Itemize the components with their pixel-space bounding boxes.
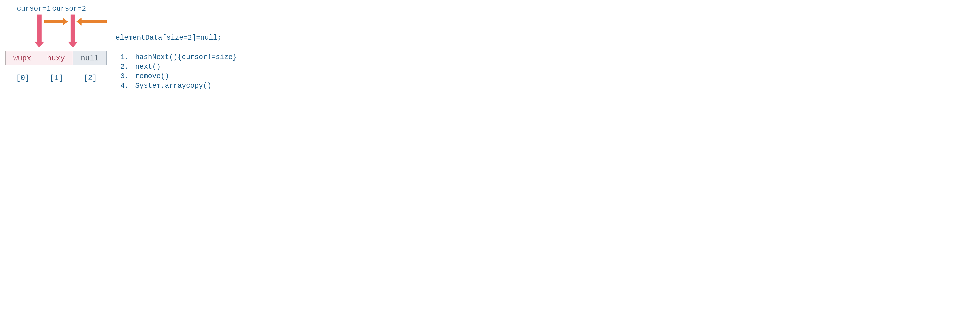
cursor-label-1: cursor=1 <box>17 5 51 13</box>
steps-list: hashNext(){cursor!=size} next() remove()… <box>118 53 237 91</box>
step-1: hashNext(){cursor!=size} <box>133 53 237 62</box>
orange-arrow-right-head <box>63 18 68 26</box>
orange-arrow-left-line <box>81 20 107 23</box>
array-cells: wupx huxy null <box>5 51 107 65</box>
statement-text: elementData[size=2]=null; <box>116 34 221 42</box>
cell-2: null <box>73 51 107 65</box>
step-3: remove() <box>133 72 237 81</box>
pink-down-arrow-2 <box>70 14 75 42</box>
cell-0: wupx <box>5 51 39 65</box>
step-4: System.arraycopy() <box>133 81 237 91</box>
cell-1: huxy <box>39 51 73 65</box>
diagram-root: cursor=1 cursor=2 wupx huxy null [0] [1]… <box>4 4 312 102</box>
orange-arrow-left-head <box>76 18 81 26</box>
index-label-2: [2] <box>83 74 97 82</box>
index-label-1: [1] <box>50 74 63 82</box>
index-label-0: [0] <box>16 74 29 82</box>
step-2: next() <box>133 62 237 72</box>
cursor-label-2: cursor=2 <box>52 5 86 13</box>
orange-arrow-right-line <box>44 20 63 23</box>
pink-down-arrow-1 <box>37 14 41 42</box>
